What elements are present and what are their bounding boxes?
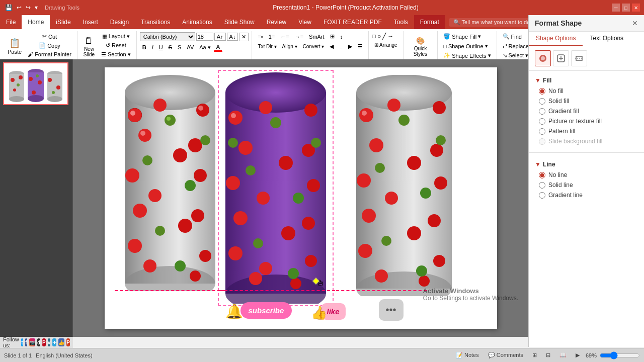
- tell-me-input[interactable]: 🔍 Tell me what you want to do...: [449, 18, 539, 27]
- minimize-btn[interactable]: ─: [612, 4, 620, 12]
- gradient-line-option[interactable]: Gradient line: [535, 190, 638, 200]
- tab-home[interactable]: Home: [22, 15, 50, 29]
- tab-text-options[interactable]: Text Options: [583, 32, 630, 46]
- replace-btn[interactable]: ⇄ Replace: [500, 42, 531, 50]
- bold-btn[interactable]: B: [140, 43, 149, 51]
- notes-btn[interactable]: 📝 Notes: [453, 351, 482, 359]
- gradient-line-radio[interactable]: [539, 192, 545, 199]
- tab-shape-options[interactable]: Shape Options: [529, 32, 583, 46]
- line-spacing-btn[interactable]: ↕: [338, 33, 346, 41]
- solid-line-radio[interactable]: [539, 182, 545, 189]
- paste-btn[interactable]: 📋 Paste: [5, 32, 24, 61]
- tab-slideshow[interactable]: Slide Show: [218, 15, 261, 29]
- twitter-icon[interactable]: t: [21, 338, 23, 346]
- char-spacing-btn[interactable]: AV: [184, 43, 196, 51]
- telegram-icon[interactable]: ✈: [52, 338, 56, 346]
- fill-section-header[interactable]: ▼ Fill: [535, 75, 638, 86]
- shape-fill-btn[interactable]: 🪣 Shape Fill ▾: [441, 32, 484, 41]
- italic-btn[interactable]: I: [149, 43, 156, 51]
- numbering-btn[interactable]: 1≡: [266, 33, 278, 41]
- undo-btn[interactable]: ↩: [16, 3, 23, 12]
- shape-outline-btn[interactable]: □ Shape Outline ▾: [441, 42, 490, 50]
- align-right-btn[interactable]: ▶: [346, 42, 355, 51]
- slideshow-btn[interactable]: ▶: [573, 351, 583, 359]
- tab-view[interactable]: View: [292, 15, 317, 29]
- tab-format[interactable]: Format: [414, 15, 445, 29]
- vero-icon[interactable]: v: [48, 338, 51, 346]
- fill-effects-icon-btn[interactable]: [535, 50, 551, 66]
- underline-btn[interactable]: U: [156, 43, 166, 51]
- convert-smartart-btn[interactable]: Convert ▾: [300, 43, 327, 50]
- reset-btn[interactable]: ↺ Reset: [99, 41, 133, 50]
- tab-insert[interactable]: Insert: [77, 15, 104, 29]
- save-btn[interactable]: 💾: [4, 3, 14, 12]
- gradient-fill-option[interactable]: Gradient fill: [535, 106, 638, 116]
- slide-canvas[interactable]: subscribe 🔔 like 👍 ••• 🖱: [105, 67, 497, 329]
- thumbsup-social-icon[interactable]: 👍: [58, 338, 64, 346]
- font-family-select[interactable]: Calibri (Body): [140, 32, 195, 41]
- no-fill-option[interactable]: No fill: [535, 86, 638, 96]
- align-text-btn[interactable]: Align ▾: [280, 43, 300, 50]
- case-btn[interactable]: Aa ▾: [197, 43, 213, 52]
- select-btn[interactable]: ↘ Select ▾: [500, 51, 531, 60]
- tab-tools[interactable]: Tools: [388, 15, 414, 29]
- text-direction-btn[interactable]: Txt Dir ▾: [255, 43, 279, 50]
- tab-foxit[interactable]: FOXIT READER PDF: [317, 15, 388, 29]
- normal-view-btn[interactable]: ⊞: [529, 351, 540, 359]
- close-btn[interactable]: ✕: [632, 4, 640, 12]
- no-fill-radio[interactable]: [539, 88, 545, 95]
- customize-btn[interactable]: ▾: [34, 3, 39, 12]
- dailymotion-icon[interactable]: d: [37, 338, 40, 346]
- font-increase-btn[interactable]: A↑: [214, 33, 226, 41]
- align-center-btn[interactable]: ≡: [337, 43, 345, 51]
- facebook-icon[interactable]: f: [25, 338, 27, 346]
- picture-fill-option[interactable]: Picture or texture fill: [535, 116, 638, 126]
- zoom-slider[interactable]: [600, 351, 640, 359]
- effects-icon-btn[interactable]: [553, 50, 569, 66]
- shape-effects-btn[interactable]: ✨ Shape Effects ▾: [441, 51, 493, 60]
- size-icon-btn[interactable]: [571, 50, 587, 66]
- comments-btn[interactable]: 💬 Comments: [485, 351, 526, 359]
- ppt-icon[interactable]: P: [66, 338, 70, 346]
- copy-btn[interactable]: 📄 Copy: [25, 41, 74, 50]
- justify-btn[interactable]: ☰: [355, 42, 365, 51]
- pinterest-icon[interactable]: P: [42, 338, 46, 346]
- tab-review[interactable]: Review: [261, 15, 292, 29]
- clear-format-btn[interactable]: ✕: [239, 33, 249, 41]
- align-left-btn[interactable]: ◀: [327, 42, 336, 51]
- font-decrease-btn[interactable]: A↓: [227, 33, 238, 41]
- font-color-btn[interactable]: A: [214, 43, 222, 52]
- shadow-btn[interactable]: S: [175, 43, 184, 51]
- gradient-fill-radio[interactable]: [539, 108, 545, 115]
- strikethrough-btn[interactable]: S: [166, 43, 175, 51]
- decrease-indent-btn[interactable]: ←≡: [278, 33, 291, 41]
- no-line-option[interactable]: No line: [535, 170, 638, 180]
- quick-styles-btn[interactable]: 🎨 QuickStyles: [411, 32, 430, 61]
- quick-access-toolbar[interactable]: 💾 ↩ ↪ ▾ Drawing Tools: [4, 3, 79, 12]
- section-btn[interactable]: ☰ Section ▾: [99, 50, 133, 59]
- shape-arrow[interactable]: →: [387, 32, 394, 40]
- solid-fill-option[interactable]: Solid fill: [535, 96, 638, 106]
- font-size-input[interactable]: [196, 33, 213, 41]
- tab-transitions[interactable]: Transitions: [135, 15, 176, 29]
- no-line-radio[interactable]: [539, 172, 545, 178]
- slide-thumbnail[interactable]: [3, 62, 68, 105]
- solid-fill-radio[interactable]: [539, 98, 545, 105]
- instagram-icon[interactable]: 📷: [29, 338, 35, 346]
- bullets-btn[interactable]: ≡•: [255, 33, 265, 41]
- slide-sorter-btn[interactable]: ⊟: [543, 351, 553, 359]
- new-slide-btn[interactable]: 🗒 NewSlide: [80, 32, 98, 61]
- panel-close-btn[interactable]: ✕: [632, 19, 638, 27]
- find-btn[interactable]: 🔍 Find: [500, 32, 524, 41]
- tab-islide[interactable]: iSlide: [50, 15, 76, 29]
- picture-fill-radio[interactable]: [539, 118, 545, 125]
- arrange-btn[interactable]: ⊞ Arrange: [372, 41, 400, 49]
- format-painter-btn[interactable]: 🖌 Format Painter: [25, 50, 74, 58]
- tab-animations[interactable]: Animations: [176, 15, 218, 29]
- shape-rect[interactable]: □: [372, 32, 376, 40]
- shape-line[interactable]: ╱: [382, 32, 386, 40]
- redo-btn[interactable]: ↪: [25, 3, 32, 12]
- reading-view-btn[interactable]: 📖: [556, 351, 570, 359]
- layout-btn[interactable]: ▦ Layout ▾: [99, 32, 133, 41]
- smartart-btn[interactable]: SmArt: [306, 33, 327, 41]
